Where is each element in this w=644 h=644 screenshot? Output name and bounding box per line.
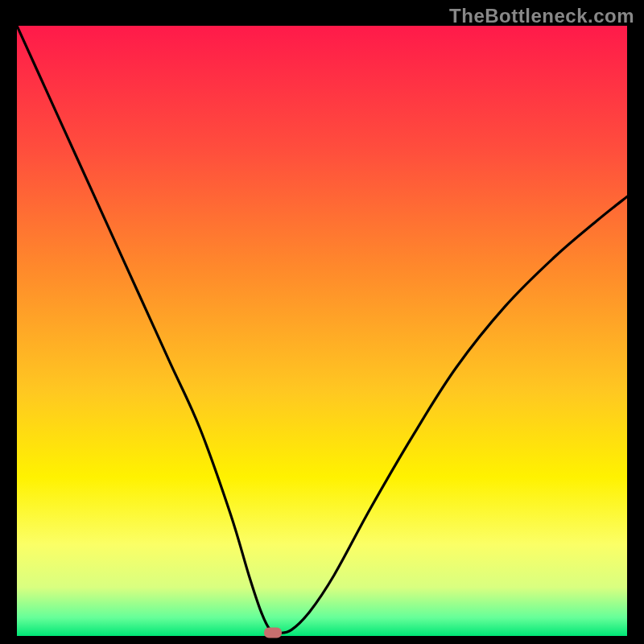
optimal-marker [264, 628, 282, 638]
chart-container: TheBottleneck.com [0, 0, 644, 644]
plot-area [17, 26, 627, 636]
watermark-text: TheBottleneck.com [449, 5, 634, 27]
bottleneck-curve [17, 26, 627, 636]
